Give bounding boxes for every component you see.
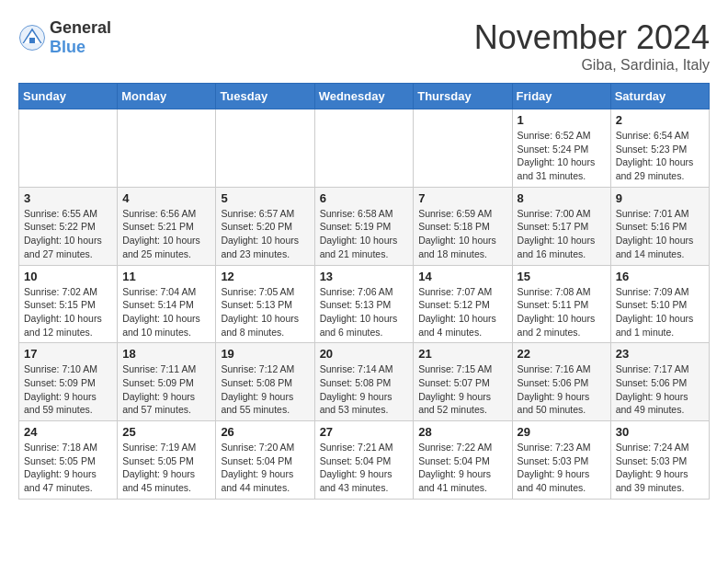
calendar-cell: 16Sunrise: 7:09 AM Sunset: 5:10 PM Dayli… [610,265,709,343]
calendar-cell: 23Sunrise: 7:17 AM Sunset: 5:06 PM Dayli… [610,343,709,421]
calendar-cell: 25Sunrise: 7:19 AM Sunset: 5:05 PM Dayli… [118,421,216,500]
day-info: Sunrise: 7:24 AM Sunset: 5:03 PM Dayligh… [616,441,704,495]
day-number: 30 [616,425,704,439]
day-number: 27 [320,425,409,439]
calendar-cell: 29Sunrise: 7:23 AM Sunset: 5:03 PM Dayli… [512,421,610,500]
calendar-cell: 20Sunrise: 7:14 AM Sunset: 5:08 PM Dayli… [314,343,414,421]
day-info: Sunrise: 7:12 AM Sunset: 5:08 PM Dayligh… [221,362,309,417]
day-info: Sunrise: 7:09 AM Sunset: 5:10 PM Dayligh… [616,285,704,339]
calendar-cell: 26Sunrise: 7:20 AM Sunset: 5:04 PM Dayli… [216,421,314,500]
day-info: Sunrise: 6:57 AM Sunset: 5:20 PM Dayligh… [221,207,309,261]
calendar-cell: 17Sunrise: 7:10 AM Sunset: 5:09 PM Dayli… [19,343,118,421]
day-number: 14 [418,270,506,283]
day-info: Sunrise: 7:20 AM Sunset: 5:04 PM Dayligh… [221,441,309,495]
calendar-week-row: 3Sunrise: 6:55 AM Sunset: 5:22 PM Daylig… [19,187,710,265]
title-section: November 2024 Giba, Sardinia, Italy [474,18,710,74]
weekday-header-row: SundayMondayTuesdayWednesdayThursdayFrid… [19,84,710,109]
day-number: 29 [518,425,606,439]
day-info: Sunrise: 7:07 AM Sunset: 5:12 PM Dayligh… [418,285,506,339]
logo-general: General [50,18,111,37]
day-number: 7 [418,191,506,205]
day-info: Sunrise: 6:54 AM Sunset: 5:23 PM Dayligh… [616,129,704,183]
calendar-cell [216,109,314,188]
logo-icon [18,24,46,52]
day-number: 25 [122,425,210,439]
calendar-cell: 11Sunrise: 7:04 AM Sunset: 5:14 PM Dayli… [118,265,216,343]
calendar-week-row: 24Sunrise: 7:18 AM Sunset: 5:05 PM Dayli… [19,421,710,500]
calendar-cell: 1Sunrise: 6:52 AM Sunset: 5:24 PM Daylig… [512,109,610,188]
day-number: 11 [122,270,210,283]
day-number: 19 [221,347,309,361]
weekday-header: Friday [512,84,610,109]
calendar-cell: 9Sunrise: 7:01 AM Sunset: 5:16 PM Daylig… [610,187,709,265]
calendar-cell: 22Sunrise: 7:16 AM Sunset: 5:06 PM Dayli… [512,343,610,421]
day-info: Sunrise: 7:23 AM Sunset: 5:03 PM Dayligh… [518,441,606,495]
day-number: 21 [418,347,506,361]
day-info: Sunrise: 7:10 AM Sunset: 5:09 PM Dayligh… [24,362,112,417]
day-info: Sunrise: 7:05 AM Sunset: 5:13 PM Dayligh… [221,285,309,339]
calendar-cell: 8Sunrise: 7:00 AM Sunset: 5:17 PM Daylig… [512,187,610,265]
day-info: Sunrise: 6:56 AM Sunset: 5:21 PM Dayligh… [122,207,210,261]
day-number: 20 [320,347,409,361]
day-info: Sunrise: 7:06 AM Sunset: 5:13 PM Dayligh… [320,285,409,339]
day-info: Sunrise: 7:15 AM Sunset: 5:07 PM Dayligh… [418,362,506,417]
weekday-header: Saturday [610,84,709,109]
day-info: Sunrise: 7:01 AM Sunset: 5:16 PM Dayligh… [616,207,704,261]
day-info: Sunrise: 7:14 AM Sunset: 5:08 PM Dayligh… [320,362,409,417]
day-number: 26 [221,425,309,439]
day-info: Sunrise: 6:55 AM Sunset: 5:22 PM Dayligh… [24,207,112,261]
calendar-cell: 3Sunrise: 6:55 AM Sunset: 5:22 PM Daylig… [19,187,118,265]
weekday-header: Wednesday [314,84,414,109]
calendar-cell: 21Sunrise: 7:15 AM Sunset: 5:07 PM Dayli… [414,343,512,421]
calendar-cell: 30Sunrise: 7:24 AM Sunset: 5:03 PM Dayli… [610,421,709,500]
calendar-cell: 19Sunrise: 7:12 AM Sunset: 5:08 PM Dayli… [216,343,314,421]
calendar-cell: 14Sunrise: 7:07 AM Sunset: 5:12 PM Dayli… [414,265,512,343]
calendar-cell [414,109,512,188]
day-info: Sunrise: 7:02 AM Sunset: 5:15 PM Dayligh… [24,285,112,339]
day-info: Sunrise: 7:18 AM Sunset: 5:05 PM Dayligh… [24,441,112,495]
calendar-cell: 2Sunrise: 6:54 AM Sunset: 5:23 PM Daylig… [610,109,709,188]
logo: General Blue [18,18,111,57]
calendar-cell: 13Sunrise: 7:06 AM Sunset: 5:13 PM Dayli… [314,265,414,343]
day-number: 3 [24,191,112,205]
calendar-cell: 7Sunrise: 6:59 AM Sunset: 5:18 PM Daylig… [414,187,512,265]
day-number: 18 [122,347,210,361]
calendar-cell: 6Sunrise: 6:58 AM Sunset: 5:19 PM Daylig… [314,187,414,265]
location-subtitle: Giba, Sardinia, Italy [474,57,710,74]
weekday-header: Thursday [414,84,512,109]
calendar-cell: 27Sunrise: 7:21 AM Sunset: 5:04 PM Dayli… [314,421,414,500]
day-number: 9 [616,191,704,205]
weekday-header: Sunday [19,84,118,109]
day-number: 6 [320,191,409,205]
day-info: Sunrise: 7:21 AM Sunset: 5:04 PM Dayligh… [320,441,409,495]
day-number: 10 [24,270,112,283]
calendar-cell: 12Sunrise: 7:05 AM Sunset: 5:13 PM Dayli… [216,265,314,343]
day-info: Sunrise: 6:58 AM Sunset: 5:19 PM Dayligh… [320,207,409,261]
day-number: 12 [221,270,309,283]
calendar-cell: 15Sunrise: 7:08 AM Sunset: 5:11 PM Dayli… [512,265,610,343]
page-header: General Blue November 2024 Giba, Sardini… [18,18,710,74]
calendar-cell: 4Sunrise: 6:56 AM Sunset: 5:21 PM Daylig… [118,187,216,265]
calendar-cell: 18Sunrise: 7:11 AM Sunset: 5:09 PM Dayli… [118,343,216,421]
logo-blue: Blue [50,38,85,56]
day-info: Sunrise: 7:22 AM Sunset: 5:04 PM Dayligh… [418,441,506,495]
day-number: 2 [616,113,704,127]
day-number: 23 [616,347,704,361]
day-info: Sunrise: 7:17 AM Sunset: 5:06 PM Dayligh… [616,362,704,417]
calendar-cell: 28Sunrise: 7:22 AM Sunset: 5:04 PM Dayli… [414,421,512,500]
day-number: 1 [518,113,606,127]
calendar-cell: 24Sunrise: 7:18 AM Sunset: 5:05 PM Dayli… [19,421,118,500]
day-number: 13 [320,270,409,283]
day-info: Sunrise: 6:59 AM Sunset: 5:18 PM Dayligh… [418,207,506,261]
day-info: Sunrise: 7:08 AM Sunset: 5:11 PM Dayligh… [518,285,606,339]
day-number: 16 [616,270,704,283]
day-info: Sunrise: 7:19 AM Sunset: 5:05 PM Dayligh… [122,441,210,495]
calendar-cell [118,109,216,188]
calendar-week-row: 10Sunrise: 7:02 AM Sunset: 5:15 PM Dayli… [19,265,710,343]
day-number: 24 [24,425,112,439]
day-info: Sunrise: 7:04 AM Sunset: 5:14 PM Dayligh… [122,285,210,339]
weekday-header: Tuesday [216,84,314,109]
day-number: 4 [122,191,210,205]
day-number: 28 [418,425,506,439]
day-info: Sunrise: 6:52 AM Sunset: 5:24 PM Dayligh… [518,129,606,183]
